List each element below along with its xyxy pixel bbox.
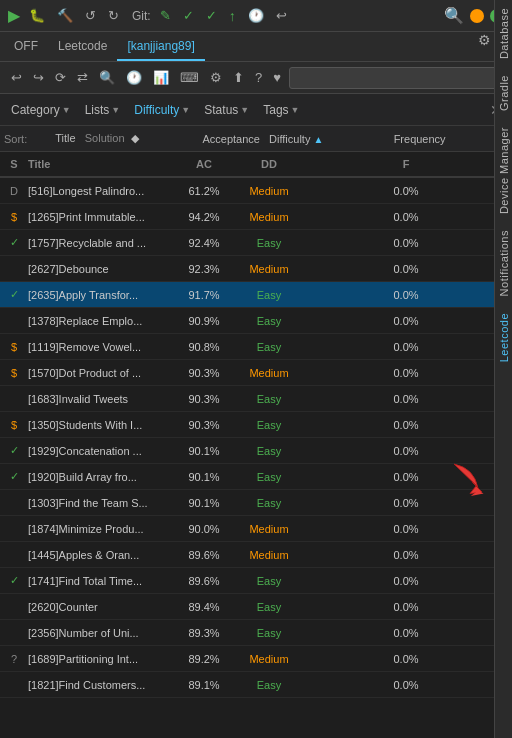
- row-status: ✓: [4, 574, 24, 587]
- panel-notifications[interactable]: Notifications: [496, 222, 512, 304]
- table-row[interactable]: [1821]Find Customers... 89.1% Easy 0.0%: [0, 672, 512, 698]
- table-row[interactable]: [1683]Invalid Tweets 90.3% Easy 0.0%: [0, 386, 512, 412]
- panel-leetcode[interactable]: Leetcode: [496, 305, 512, 370]
- row-difficulty: Easy: [234, 237, 304, 249]
- bug-icon[interactable]: 🐛: [26, 6, 48, 25]
- row-acceptance: 89.4%: [174, 601, 234, 613]
- chart-icon[interactable]: 📊: [150, 68, 172, 87]
- row-title: [1570]Dot Product of ...: [24, 367, 174, 379]
- settings-icon[interactable]: ⚙: [478, 32, 491, 61]
- row-acceptance: 90.9%: [174, 315, 234, 327]
- col-header-title[interactable]: Title Solution ◆: [31, 132, 201, 145]
- row-title: [1265]Print Immutable...: [24, 211, 174, 223]
- row-acceptance: 89.2%: [174, 653, 234, 665]
- search-icon[interactable]: 🔍: [444, 6, 464, 25]
- help-icon[interactable]: ?: [252, 68, 265, 87]
- revert-icon[interactable]: ↩: [273, 6, 290, 25]
- tab-leetcode[interactable]: Leetcode: [48, 32, 117, 61]
- forward-icon[interactable]: ↪: [30, 68, 47, 87]
- row-acceptance: 90.1%: [174, 497, 234, 509]
- row-frequency: 0.0%: [304, 471, 508, 483]
- row-acceptance: 61.2%: [174, 185, 234, 197]
- col-header-difficulty[interactable]: Difficulty ▲: [261, 133, 331, 145]
- table-row[interactable]: ✓ [1741]Find Total Time... 89.6% Easy 0.…: [0, 568, 512, 594]
- table-row[interactable]: [1445]Apples & Oran... 89.6% Medium 0.0%: [0, 542, 512, 568]
- row-frequency: 0.0%: [304, 393, 508, 405]
- panel-database[interactable]: Database: [496, 0, 512, 67]
- status-filter[interactable]: Status ▼: [199, 101, 254, 119]
- git-label: Git:: [132, 9, 151, 23]
- table-row[interactable]: ? [1689]Partitioning Int... 89.2% Medium…: [0, 646, 512, 672]
- row-frequency: 0.0%: [304, 627, 508, 639]
- history-icon[interactable]: 🕐: [245, 6, 267, 25]
- row-frequency: 0.0%: [304, 575, 508, 587]
- table-row[interactable]: [2620]Counter 89.4% Easy 0.0%: [0, 594, 512, 620]
- row-difficulty: Medium: [234, 211, 304, 223]
- row-acceptance: 90.1%: [174, 471, 234, 483]
- table-row[interactable]: ✓ [1929]Concatenation ... 90.1% Easy 0.0…: [0, 438, 512, 464]
- redo-icon[interactable]: ↻: [105, 6, 122, 25]
- row-status: $: [4, 341, 24, 353]
- table-row[interactable]: $ [1265]Print Immutable... 94.2% Medium …: [0, 204, 512, 230]
- lists-filter[interactable]: Lists ▼: [80, 101, 126, 119]
- table-row[interactable]: ✓ [1920]Build Array fro... 90.1% Easy 0.…: [0, 464, 512, 490]
- difficulty-filter[interactable]: Difficulty ▼: [129, 101, 195, 119]
- table-row[interactable]: $ [1570]Dot Product of ... 90.3% Medium …: [0, 360, 512, 386]
- row-difficulty: Medium: [234, 653, 304, 665]
- row-title: [2627]Debounce: [24, 263, 174, 275]
- config-icon[interactable]: ⚙: [207, 68, 225, 87]
- filter-icon[interactable]: 🔍: [96, 68, 118, 87]
- row-acceptance: 90.3%: [174, 393, 234, 405]
- clock-icon[interactable]: 🕐: [123, 68, 145, 87]
- row-frequency: 0.0%: [304, 185, 508, 197]
- row-acceptance: 92.4%: [174, 237, 234, 249]
- refresh-icon[interactable]: ⟳: [52, 68, 69, 87]
- table-row[interactable]: [1378]Replace Emplo... 90.9% Easy 0.0%: [0, 308, 512, 334]
- code-icon[interactable]: ⌨: [177, 68, 202, 87]
- back-icon[interactable]: ↩: [8, 68, 25, 87]
- table-row[interactable]: [1303]Find the Team S... 90.1% Easy 0.0%: [0, 490, 512, 516]
- upload-icon[interactable]: ⬆: [230, 68, 247, 87]
- panel-device-manager[interactable]: Device Manager: [496, 119, 512, 222]
- row-title: [2356]Number of Uni...: [24, 627, 174, 639]
- tab-off[interactable]: OFF: [4, 32, 48, 61]
- col-dd-label: DD: [234, 158, 304, 170]
- row-status: ✓: [4, 288, 24, 301]
- edit-icon[interactable]: ✎: [157, 6, 174, 25]
- table-row[interactable]: $ [1350]Students With I... 90.3% Easy 0.…: [0, 412, 512, 438]
- row-difficulty: Easy: [234, 289, 304, 301]
- col-header-acceptance[interactable]: Acceptance: [201, 133, 261, 145]
- table-row[interactable]: [2356]Number of Uni... 89.3% Easy 0.0%: [0, 620, 512, 646]
- git-arrow-up[interactable]: ↑: [226, 6, 239, 26]
- row-status: ✓: [4, 470, 24, 483]
- row-frequency: 0.0%: [304, 211, 508, 223]
- row-acceptance: 94.2%: [174, 211, 234, 223]
- shuffle-icon[interactable]: ⇄: [74, 68, 91, 87]
- row-title: [1303]Find the Team S...: [24, 497, 174, 509]
- git-check2[interactable]: ✓: [203, 6, 220, 25]
- row-difficulty: Easy: [234, 341, 304, 353]
- panel-gradle[interactable]: Gradle: [496, 67, 512, 119]
- heart-icon[interactable]: ♥: [270, 68, 284, 87]
- table-row[interactable]: ✓ [1757]Recyclable and ... 92.4% Easy 0.…: [0, 230, 512, 256]
- row-acceptance: 91.7%: [174, 289, 234, 301]
- table-row[interactable]: [1874]Minimize Produ... 90.0% Medium 0.0…: [0, 516, 512, 542]
- build-icon[interactable]: 🔨: [54, 6, 76, 25]
- tab-user[interactable]: [kanjjiang89]: [117, 32, 204, 61]
- row-difficulty: Easy: [234, 315, 304, 327]
- tags-filter[interactable]: Tags ▼: [258, 101, 304, 119]
- table-row[interactable]: D [516]Longest Palindro... 61.2% Medium …: [0, 178, 512, 204]
- table-row[interactable]: [2627]Debounce 92.3% Medium 0.0%: [0, 256, 512, 282]
- category-filter[interactable]: Category ▼: [6, 101, 76, 119]
- search-input[interactable]: [289, 67, 504, 89]
- row-title: [1920]Build Array fro...: [24, 471, 174, 483]
- table-row[interactable]: $ [1119]Remove Vowel... 90.8% Easy 0.0%: [0, 334, 512, 360]
- col-header-frequency[interactable]: Frequency: [331, 133, 508, 145]
- run-icon[interactable]: ▶: [8, 6, 20, 25]
- row-frequency: 0.0%: [304, 263, 508, 275]
- undo-icon[interactable]: ↺: [82, 6, 99, 25]
- table-row[interactable]: ✓ [2635]Apply Transfor... 91.7% Easy 0.0…: [0, 282, 512, 308]
- row-difficulty: Easy: [234, 679, 304, 691]
- row-title: [1445]Apples & Oran...: [24, 549, 174, 561]
- git-check1[interactable]: ✓: [180, 6, 197, 25]
